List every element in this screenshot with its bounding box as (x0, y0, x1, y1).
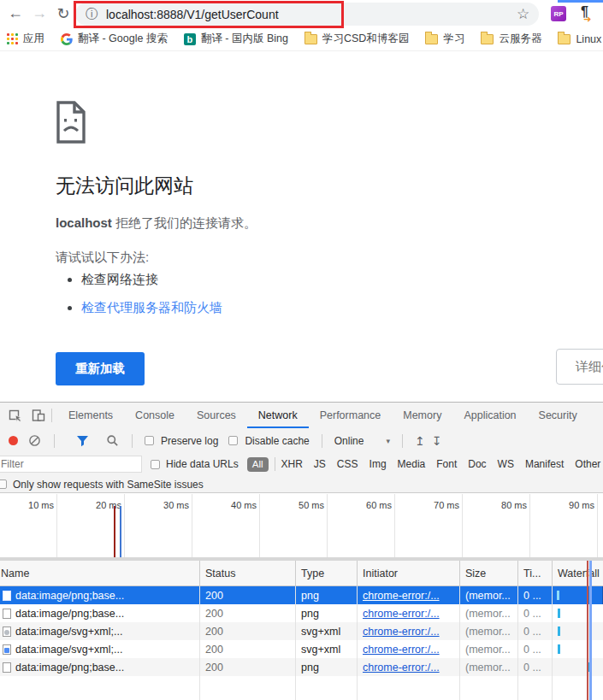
export-har-icon[interactable]: ↧ (432, 434, 442, 448)
filter-type-js[interactable]: JS (314, 458, 326, 470)
details-button[interactable]: 详细信息 (556, 349, 603, 385)
translate-arrow: ➜ (583, 14, 591, 25)
throttling-value: Online (334, 435, 364, 447)
timeline-tick: 20 ms (82, 500, 121, 510)
filter-type-ws[interactable]: WS (498, 458, 514, 470)
tab-memory[interactable]: Memory (392, 403, 452, 428)
url-text[interactable]: localhost:8888/V1/getUserCount (106, 8, 279, 21)
bookmark-star-icon[interactable]: ☆ (517, 5, 529, 23)
requests-table: Name Status Type Initiator Size Ti... Wa… (0, 561, 603, 700)
bookmark-folder-cloud[interactable]: 云服务器 (481, 32, 541, 46)
clear-icon[interactable] (27, 433, 42, 449)
initiator-link[interactable]: chrome-error:/... (363, 662, 440, 674)
tab-security[interactable]: Security (528, 403, 588, 428)
request-file-icon (3, 644, 11, 655)
filter-type-img[interactable]: Img (369, 458, 387, 470)
filter-type-all[interactable]: All (247, 457, 269, 472)
forward-icon[interactable]: → (29, 4, 50, 22)
filter-icon[interactable] (74, 433, 90, 449)
initiator-link[interactable]: chrome-error:/... (363, 626, 440, 638)
device-toolbar-icon[interactable] (31, 408, 46, 423)
tab-sources[interactable]: Sources (186, 403, 247, 428)
translate-extension-icon[interactable]: ¶ ➜ (581, 4, 598, 23)
bookmark-label: Linux (576, 33, 601, 45)
table-row[interactable]: data:image/svg+xml;... 200 svg+xml chrom… (0, 640, 603, 658)
record-icon[interactable] (9, 436, 18, 445)
bing-icon: b (184, 33, 196, 45)
filter-type-other[interactable]: Other (575, 458, 600, 470)
filter-type-media[interactable]: Media (398, 458, 426, 470)
hide-data-urls-checkbox[interactable] (151, 460, 160, 469)
back-icon[interactable]: ← (5, 4, 26, 22)
hide-data-urls-label[interactable]: Hide data URLs (166, 458, 239, 470)
filter-type-manifest[interactable]: Manifest (525, 458, 564, 470)
table-row[interactable]: data:image/png;base... 200 png chrome-er… (0, 586, 603, 604)
sad-file-icon (56, 101, 86, 144)
network-overview-timeline[interactable]: 10 ms 20 ms 30 ms 40 ms 50 ms 60 ms 70 m… (0, 494, 603, 561)
column-waterfall[interactable]: Waterfall (553, 561, 603, 585)
address-bar[interactable]: ⓘ localhost:8888/V1/getUserCount (75, 3, 539, 26)
top-blue-strip (558, 0, 603, 3)
table-header: Name Status Type Initiator Size Ti... Wa… (0, 561, 603, 586)
samesite-label[interactable]: Only show requests with SameSite issues (13, 479, 204, 491)
waterfall-cell (553, 640, 603, 658)
waterfall-cell (553, 658, 603, 676)
column-status[interactable]: Status (200, 561, 296, 585)
filter-input[interactable] (0, 456, 142, 473)
column-type[interactable]: Type (296, 561, 358, 585)
filter-type-xhr[interactable]: XHR (281, 458, 303, 470)
network-toolbar: Preserve log Disable cache Online ▾ ↥ ↧ (0, 428, 603, 453)
disable-cache-label[interactable]: Disable cache (245, 435, 309, 447)
filter-type-doc[interactable]: Doc (468, 458, 486, 470)
bookmark-label: 学习 (443, 32, 464, 46)
tab-application[interactable]: Application (452, 403, 527, 428)
table-row[interactable]: data:image/png;base... 200 png chrome-er… (0, 658, 603, 676)
timeline-tick: 40 ms (217, 500, 257, 510)
disable-cache-checkbox[interactable] (228, 436, 238, 445)
inspect-element-icon[interactable] (8, 408, 23, 423)
tab-performance[interactable]: Performance (309, 403, 393, 428)
import-har-icon[interactable]: ↥ (415, 434, 425, 448)
search-icon[interactable] (104, 433, 120, 449)
column-initiator[interactable]: Initiator (358, 561, 460, 585)
column-time[interactable]: Ti... (518, 561, 553, 585)
bookmark-label: 翻译 - Google 搜索 (78, 32, 168, 46)
apps-grid-icon (7, 33, 18, 44)
bookmark-apps[interactable]: 应用 (7, 32, 44, 46)
table-row[interactable]: data:image/svg+xml;... 200 svg+xml chrom… (0, 622, 603, 640)
column-name[interactable]: Name (0, 561, 200, 585)
throttling-dropdown[interactable]: Online ▾ (334, 435, 390, 447)
folder-icon (425, 34, 438, 44)
axure-rp-extension-icon[interactable]: RP (551, 6, 566, 21)
bookmark-folder-linux[interactable]: Linux (558, 33, 601, 45)
bookmark-bing-translate[interactable]: b 翻译 - 国内版 Bing (184, 32, 288, 46)
request-file-icon (3, 662, 11, 673)
initiator-link[interactable]: chrome-error:/... (363, 644, 440, 656)
column-size[interactable]: Size (460, 561, 518, 585)
bookmark-folder-study[interactable]: 学习 (425, 32, 464, 46)
reload-icon[interactable]: ↻ (53, 4, 74, 23)
tab-network[interactable]: Network (247, 403, 309, 428)
tab-console[interactable]: Console (124, 403, 186, 428)
table-row[interactable]: data:image/png;base... 200 png chrome-er… (0, 604, 603, 622)
timeline-tick: 30 ms (150, 500, 189, 510)
bookmark-google-translate[interactable]: 翻译 - Google 搜索 (61, 32, 168, 46)
bookmarks-bar: 应用 翻译 - Google 搜索 b 翻译 - 国内版 Bing 学习CSD和… (0, 27, 603, 51)
page-info-icon[interactable]: ⓘ (86, 7, 98, 22)
preserve-log-label[interactable]: Preserve log (161, 435, 218, 447)
preserve-log-checkbox[interactable] (145, 436, 154, 445)
bookmark-label: 云服务器 (499, 32, 541, 46)
error-page: 无法访问此网站 localhost 拒绝了我们的连接请求。 请试试以下办法: 检… (0, 51, 603, 402)
tab-elements[interactable]: Elements (57, 403, 124, 428)
suggestion-check-network: 检查网络连接 (81, 272, 222, 288)
reload-button[interactable]: 重新加载 (56, 352, 145, 385)
initiator-link[interactable]: chrome-error:/... (363, 608, 440, 620)
samesite-checkbox[interactable] (0, 479, 7, 489)
devtools-toolbars: Elements Console Sources Network Perform… (0, 403, 603, 493)
bookmark-folder-csdn[interactable]: 学习CSD和博客园 (304, 32, 409, 46)
filter-type-font[interactable]: Font (436, 458, 457, 470)
initiator-link[interactable]: chrome-error:/... (363, 590, 440, 602)
suggestion-check-proxy-link[interactable]: 检查代理服务器和防火墙 (81, 300, 222, 315)
waterfall-cell (553, 586, 603, 604)
filter-type-css[interactable]: CSS (337, 458, 358, 470)
